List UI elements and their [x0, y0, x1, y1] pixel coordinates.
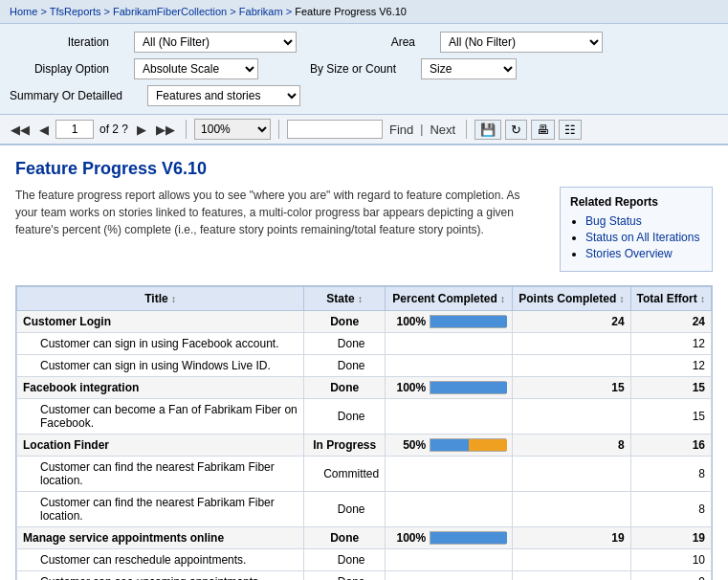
- cell-title: Customer can sign in using Windows Live …: [17, 355, 304, 377]
- cell-points: [513, 571, 630, 581]
- related-reports-panel: Related Reports Bug Status Status on All…: [560, 187, 713, 272]
- cell-state: Done: [304, 492, 386, 527]
- filter-bar: Iteration All (No Filter) Area All (No F…: [0, 24, 728, 115]
- cell-state: Committed: [304, 457, 386, 492]
- by-size-label: By Size or Count: [277, 62, 402, 76]
- stories-overview-link[interactable]: Stories Overview: [585, 247, 673, 260]
- col-header-state[interactable]: State ↕: [304, 287, 386, 311]
- table-row: Customer can reschedule appointments.Don…: [17, 549, 712, 571]
- report-description: The feature progress report allows you t…: [15, 187, 540, 272]
- cell-state: Done: [304, 571, 386, 581]
- data-table: Title ↕ State ↕ Percent Completed ↕ Poin…: [16, 286, 712, 580]
- cell-effort: 8: [630, 492, 711, 527]
- breadcrumb-fabrikam[interactable]: Fabrikam: [239, 6, 283, 17]
- cell-points: 15: [513, 377, 630, 399]
- progress-bar-complete: [430, 532, 507, 544]
- prev-page-button[interactable]: ◀: [36, 121, 52, 139]
- cell-effort: 16: [630, 435, 711, 457]
- layout-button[interactable]: ☷: [559, 120, 582, 140]
- breadcrumb-home[interactable]: Home: [10, 6, 37, 17]
- data-table-wrapper: Title ↕ State ↕ Percent Completed ↕ Poin…: [15, 285, 713, 580]
- cell-effort: 9: [630, 571, 711, 581]
- list-item: Bug Status: [585, 214, 702, 228]
- cell-state: Done: [304, 355, 386, 377]
- cell-state: Done: [304, 311, 386, 333]
- cell-state: Done: [304, 399, 386, 435]
- sort-arrow-state: ↕: [358, 294, 363, 304]
- cell-effort: 19: [630, 527, 711, 549]
- cell-state: In Progress: [304, 435, 386, 457]
- bug-status-link[interactable]: Bug Status: [585, 214, 642, 228]
- cell-points: [513, 333, 630, 355]
- cell-pct: 100%: [386, 527, 513, 549]
- iteration-select[interactable]: All (No Filter): [134, 32, 297, 53]
- iteration-label: Iteration: [10, 35, 115, 49]
- content-area: Feature Progress V6.10 The feature progr…: [0, 145, 728, 580]
- next-page-button[interactable]: ▶: [134, 121, 149, 139]
- cell-effort: 24: [630, 311, 711, 333]
- cell-title: Manage service appointments online: [17, 527, 304, 549]
- cell-points: 19: [513, 527, 630, 549]
- cell-pct: 100%: [386, 311, 513, 333]
- breadcrumb-current: Feature Progress V6.10: [295, 6, 407, 17]
- print-button[interactable]: 🖶: [531, 120, 555, 140]
- find-button[interactable]: Find: [386, 121, 416, 139]
- cell-points: [513, 457, 630, 492]
- zoom-select[interactable]: 100%: [194, 119, 271, 140]
- cell-pct: [386, 355, 513, 377]
- col-header-points[interactable]: Points Completed ↕: [513, 287, 630, 311]
- breadcrumb-collection[interactable]: FabrikamFiberCollection: [113, 6, 227, 17]
- cell-points: 8: [513, 435, 630, 457]
- breadcrumb: Home > TfsReports > FabrikamFiberCollect…: [0, 0, 728, 24]
- cell-effort: 8: [630, 457, 711, 492]
- cell-effort: 12: [630, 355, 711, 377]
- table-row: Location FinderIn Progress50%816: [17, 435, 712, 457]
- progress-bar: [430, 381, 506, 394]
- cell-effort: 10: [630, 549, 711, 571]
- cell-pct: 50%: [386, 435, 513, 457]
- status-all-iterations-link[interactable]: Status on All Iterations: [585, 231, 699, 244]
- display-option-label: Display Option: [10, 62, 115, 76]
- next-find-button[interactable]: Next: [427, 121, 458, 139]
- table-row: Manage service appointments onlineDone10…: [17, 527, 712, 549]
- table-row: Customer can sign in using Facebook acco…: [17, 333, 712, 355]
- refresh-button[interactable]: ↻: [505, 120, 527, 140]
- by-size-select[interactable]: Size: [421, 58, 517, 79]
- col-header-effort[interactable]: Total Effort ↕: [630, 287, 711, 311]
- progress-bar-complete: [430, 439, 469, 451]
- list-item: Status on All Iterations: [585, 231, 702, 244]
- first-page-button[interactable]: ◀◀: [8, 121, 33, 139]
- cell-state: Done: [304, 377, 386, 399]
- cell-pct: [386, 492, 513, 527]
- breadcrumb-tfsreports[interactable]: TfsReports: [50, 6, 101, 17]
- export-button[interactable]: 💾: [474, 120, 501, 140]
- progress-bar-complete: [430, 316, 507, 327]
- summary-select[interactable]: Features and stories: [147, 85, 300, 106]
- cell-pct: [386, 571, 513, 581]
- sort-arrow-effort: ↕: [700, 294, 705, 304]
- cell-title: Location Finder: [17, 435, 304, 457]
- cell-points: [513, 492, 630, 527]
- sort-arrow-points: ↕: [620, 294, 625, 304]
- cell-effort: 12: [630, 333, 711, 355]
- progress-bar: [430, 531, 506, 545]
- table-row: Customer LoginDone100%2424: [17, 311, 712, 333]
- display-option-select[interactable]: Absolute Scale: [134, 58, 258, 79]
- cell-title: Customer can become a Fan of Fabrikam Fi…: [17, 399, 304, 435]
- progress-bar: [430, 438, 506, 452]
- col-header-pct[interactable]: Percent Completed ↕: [386, 287, 513, 311]
- cell-points: [513, 399, 630, 435]
- col-header-title[interactable]: Title ↕: [17, 287, 304, 311]
- page-total-text: of 2 ?: [98, 123, 130, 136]
- table-row: Customer can sign in using Windows Live …: [17, 355, 712, 377]
- cell-title: Customer can see upcoming appointments.: [17, 571, 304, 581]
- report-title: Feature Progress V6.10: [15, 159, 713, 179]
- progress-bar: [430, 315, 506, 328]
- area-select[interactable]: All (No Filter): [440, 32, 603, 53]
- separator-pipe: |: [420, 123, 423, 136]
- sort-arrow-title: ↕: [171, 294, 176, 304]
- cell-state: Done: [304, 549, 386, 571]
- last-page-button[interactable]: ▶▶: [153, 121, 178, 139]
- find-input[interactable]: [287, 120, 383, 139]
- page-number-input[interactable]: [55, 120, 94, 139]
